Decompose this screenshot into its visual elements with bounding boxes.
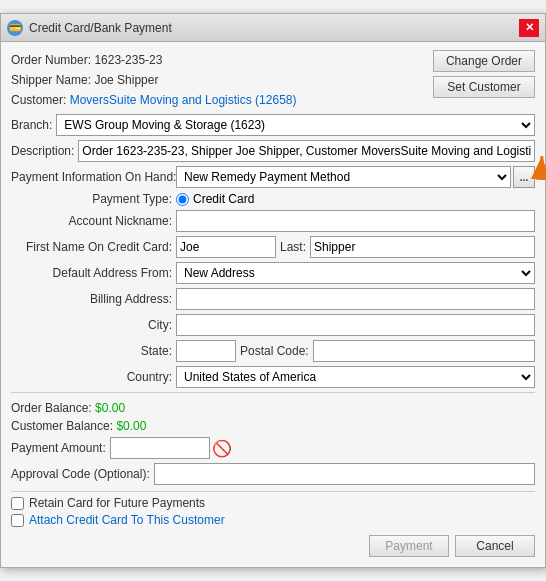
- error-icon: 🚫: [212, 439, 232, 458]
- last-name-input[interactable]: [310, 236, 535, 258]
- default-address-select[interactable]: New Address: [176, 262, 535, 284]
- payment-info-row: Payment Information On Hand: New Remedy …: [11, 166, 535, 188]
- set-customer-button[interactable]: Set Customer: [433, 76, 535, 98]
- billing-address-input[interactable]: [176, 288, 535, 310]
- order-balance-line: Order Balance: $0.00: [11, 399, 535, 417]
- country-row: Country: United States of America: [11, 366, 535, 388]
- default-address-label: Default Address From:: [11, 266, 176, 280]
- first-name-input[interactable]: [176, 236, 276, 258]
- shipper-name-label: Shipper Name:: [11, 73, 91, 87]
- last-label: Last:: [276, 240, 310, 254]
- description-row: Description:: [11, 140, 535, 162]
- window-icon: 💳: [7, 20, 23, 36]
- titlebar: 💳 Credit Card/Bank Payment ✕: [1, 14, 545, 42]
- order-number-label: Order Number:: [11, 53, 91, 67]
- payment-amount-input[interactable]: [110, 437, 210, 459]
- credit-card-label: Credit Card: [193, 192, 254, 206]
- payment-button[interactable]: Payment: [369, 535, 449, 557]
- window-title: Credit Card/Bank Payment: [29, 21, 172, 35]
- close-button[interactable]: ✕: [519, 19, 539, 37]
- shipper-name-value: Joe Shipper: [94, 73, 158, 87]
- retain-card-label: Retain Card for Future Payments: [29, 496, 205, 510]
- account-nickname-row: Account Nickname:: [11, 210, 535, 232]
- customer-value[interactable]: MoversSuite Moving and Logistics (12658): [70, 93, 297, 107]
- state-label: State:: [11, 344, 176, 358]
- billing-address-label: Billing Address:: [11, 292, 176, 306]
- bottom-buttons: Payment Cancel: [11, 535, 535, 557]
- top-section: Order Number: 1623-235-23 Shipper Name: …: [11, 50, 535, 110]
- default-address-row: Default Address From: New Address: [11, 262, 535, 284]
- attach-card-checkbox[interactable]: [11, 514, 24, 527]
- retain-card-checkbox[interactable]: [11, 497, 24, 510]
- checkbox-section: Retain Card for Future Payments Attach C…: [11, 496, 535, 527]
- credit-card-radio[interactable]: [176, 193, 189, 206]
- city-row: City:: [11, 314, 535, 336]
- main-window: 💳 Credit Card/Bank Payment ✕ Order Numbe…: [0, 13, 546, 568]
- branch-row: Branch: EWS Group Moving & Storage (1623…: [11, 114, 535, 136]
- state-input[interactable]: [176, 340, 236, 362]
- divider-1: [11, 392, 535, 393]
- postal-input[interactable]: [313, 340, 535, 362]
- city-input[interactable]: [176, 314, 535, 336]
- order-balance-label: Order Balance:: [11, 401, 92, 415]
- payment-info-label: Payment Information On Hand:: [11, 170, 176, 184]
- top-buttons: Change Order Set Customer: [433, 50, 535, 98]
- approval-label: Approval Code (Optional):: [11, 467, 154, 481]
- postal-label: Postal Code:: [236, 344, 313, 358]
- shipper-name-line: Shipper Name: Joe Shipper: [11, 70, 425, 90]
- approval-input[interactable]: [154, 463, 535, 485]
- account-nickname-label: Account Nickname:: [11, 214, 176, 228]
- billing-address-row: Billing Address:: [11, 288, 535, 310]
- change-order-button[interactable]: Change Order: [433, 50, 535, 72]
- payment-info-select[interactable]: New Remedy Payment Method: [176, 166, 511, 188]
- cancel-button[interactable]: Cancel: [455, 535, 535, 557]
- balance-section: Order Balance: $0.00 Customer Balance: $…: [11, 399, 535, 435]
- order-balance-value: $0.00: [95, 401, 125, 415]
- country-label: Country:: [11, 370, 176, 384]
- info-lines: Order Number: 1623-235-23 Shipper Name: …: [11, 50, 425, 110]
- name-row: First Name On Credit Card: Last:: [11, 236, 535, 258]
- order-number-value: 1623-235-23: [94, 53, 162, 67]
- branch-select[interactable]: EWS Group Moving & Storage (1623): [56, 114, 535, 136]
- retain-card-line: Retain Card for Future Payments: [11, 496, 535, 510]
- attach-card-line: Attach Credit Card To This Customer: [11, 513, 535, 527]
- customer-balance-line: Customer Balance: $0.00: [11, 417, 535, 435]
- customer-balance-label: Customer Balance:: [11, 419, 113, 433]
- divider-2: [11, 491, 535, 492]
- description-label: Description:: [11, 144, 74, 158]
- payment-info-group: New Remedy Payment Method ...: [176, 166, 535, 188]
- description-input[interactable]: [78, 140, 535, 162]
- first-name-label: First Name On Credit Card:: [11, 240, 176, 254]
- dots-button[interactable]: ...: [513, 166, 535, 188]
- payment-type-row: Payment Type: Credit Card: [11, 192, 535, 206]
- payment-amount-row: Payment Amount: 🚫: [11, 437, 535, 459]
- account-nickname-input[interactable]: [176, 210, 535, 232]
- payment-type-radio-group: Credit Card: [176, 192, 254, 206]
- customer-label: Customer:: [11, 93, 66, 107]
- approval-row: Approval Code (Optional):: [11, 463, 535, 485]
- state-postal-row: State: Postal Code:: [11, 340, 535, 362]
- form-content: Order Number: 1623-235-23 Shipper Name: …: [1, 42, 545, 567]
- customer-balance-value: $0.00: [116, 419, 146, 433]
- city-label: City:: [11, 318, 176, 332]
- attach-card-label[interactable]: Attach Credit Card To This Customer: [29, 513, 225, 527]
- branch-label: Branch:: [11, 118, 52, 132]
- payment-amount-label: Payment Amount:: [11, 441, 110, 455]
- customer-line: Customer: MoversSuite Moving and Logisti…: [11, 90, 425, 110]
- titlebar-left: 💳 Credit Card/Bank Payment: [7, 20, 172, 36]
- order-number-line: Order Number: 1623-235-23: [11, 50, 425, 70]
- country-select[interactable]: United States of America: [176, 366, 535, 388]
- payment-type-label: Payment Type:: [11, 192, 176, 206]
